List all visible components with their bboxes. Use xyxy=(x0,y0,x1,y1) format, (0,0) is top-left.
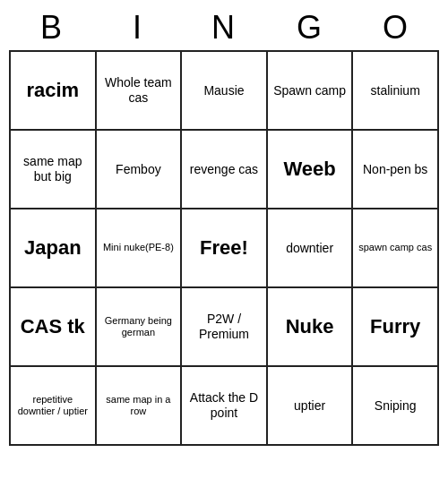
bingo-cell: spawn camp cas xyxy=(353,209,439,288)
bingo-cell: Weeb xyxy=(268,131,354,209)
bingo-cell: stalinium xyxy=(353,52,439,131)
header-b: B xyxy=(9,9,95,47)
bingo-cell: Sniping xyxy=(353,367,439,446)
bingo-cell: same map but big xyxy=(11,131,97,209)
bingo-cell: CAS tk xyxy=(11,288,97,367)
header-g: G xyxy=(267,9,353,47)
header-o: O xyxy=(353,9,439,47)
header-i: I xyxy=(95,9,181,47)
bingo-cell: uptier xyxy=(268,367,354,446)
bingo-cell: Femboy xyxy=(97,131,183,209)
bingo-cell: same map in a row xyxy=(97,367,183,446)
bingo-cell: revenge cas xyxy=(182,131,268,209)
bingo-cell: repetitive downtier / uptier xyxy=(11,367,97,446)
bingo-cell: Nuke xyxy=(268,288,354,367)
bingo-cell: Furry xyxy=(353,288,439,367)
bingo-cell: Mini nuke(PE-8) xyxy=(97,209,183,288)
bingo-cell: Attack the D point xyxy=(182,367,268,446)
bingo-cell: Whole team cas xyxy=(97,52,183,131)
bingo-grid: racimWhole team casMausieSpawn campstali… xyxy=(9,50,439,446)
header-n: N xyxy=(181,9,267,47)
bingo-cell: P2W / Premium xyxy=(182,288,268,367)
bingo-cell: Free! xyxy=(182,209,268,288)
bingo-cell: Germany being german xyxy=(97,288,183,367)
bingo-cell: Spawn camp xyxy=(268,52,354,131)
bingo-header: B I N G O xyxy=(9,9,439,47)
bingo-cell: Non-pen bs xyxy=(353,131,439,209)
bingo-cell: Mausie xyxy=(182,52,268,131)
bingo-cell: downtier xyxy=(268,209,354,288)
bingo-cell: racim xyxy=(11,52,97,131)
bingo-cell: Japan xyxy=(11,209,97,288)
